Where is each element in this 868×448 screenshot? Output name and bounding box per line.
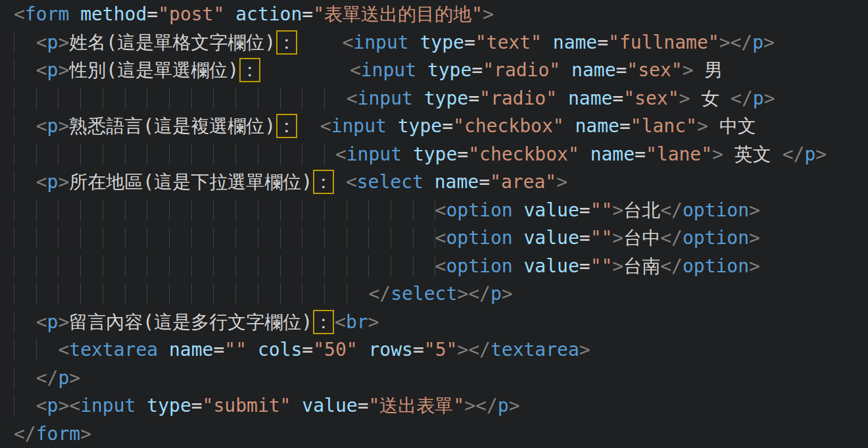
string-token: "area" [490, 171, 556, 193]
code-line-7[interactable]: <p>所在地區(這是下拉選單欄位)： <select name="area"> [14, 168, 868, 197]
unicode-highlight-colon: ： [276, 114, 297, 138]
attribute-name-token: value [302, 395, 357, 416]
string-token: "" [224, 339, 247, 361]
text-token [69, 3, 80, 25]
string-token: "checkbox" [453, 115, 564, 137]
code-line-13[interactable]: <textarea name="" cols="50" rows="5"></t… [14, 336, 868, 364]
punctuation-token: > [58, 171, 69, 193]
punctuation-token: </ [475, 395, 498, 416]
tag-name-token: option [683, 255, 749, 277]
punctuation-token: > [483, 3, 494, 25]
tag-name-token: p [47, 395, 59, 416]
string-token: "post" [158, 3, 224, 25]
tag-name-token: option [683, 227, 749, 249]
attribute-name-token: type [424, 87, 468, 109]
text-token [298, 32, 342, 53]
text-token [423, 171, 435, 193]
attribute-name-token: method [80, 3, 147, 25]
punctuation-token: > [556, 171, 567, 193]
string-token: "lane" [646, 143, 712, 165]
punctuation-token: < [346, 171, 357, 193]
text-token: 英文 [723, 143, 783, 165]
text-token: = [302, 339, 313, 361]
attribute-name-token: name [435, 171, 479, 193]
unicode-highlight-colon: ： [313, 170, 334, 194]
code-line-1[interactable]: <form method="post" action="表單送出的目的地"> [14, 1, 868, 29]
text-token [261, 59, 350, 81]
punctuation-token: > [457, 339, 468, 361]
punctuation-token: > [679, 87, 690, 109]
code-line-5[interactable]: <p>熟悉語言(這是複選欄位)： <input type="checkbox" … [14, 112, 868, 141]
punctuation-token: > [749, 199, 760, 221]
code-line-6[interactable]: <input type="checkbox" name="lane"> 英文 <… [14, 141, 868, 169]
attribute-name-token: type [420, 32, 464, 53]
punctuation-token: > [58, 32, 69, 53]
punctuation-token: > [749, 227, 760, 249]
punctuation-token: </ [468, 283, 491, 305]
string-token: "" [591, 255, 613, 277]
text-token: = [147, 3, 158, 25]
text-token [291, 395, 302, 416]
tag-name-token: select [391, 283, 457, 305]
code-line-10[interactable]: <option value="">台南</option> [14, 253, 868, 281]
tag-name-token: select [357, 171, 423, 193]
code-line-2[interactable]: <p>姓名(這是單格文字欄位)： <input type="text" name… [14, 29, 868, 57]
punctuation-token: < [347, 87, 358, 109]
code-editor[interactable]: <form method="post" action="表單送出的目的地"> <… [0, 0, 868, 448]
code-line-9[interactable]: <option value="">台中</option> [14, 224, 868, 253]
punctuation-token: > [764, 87, 775, 109]
text-token: 男 [694, 59, 723, 81]
punctuation-token: < [435, 255, 446, 277]
text-token: = [579, 199, 591, 221]
text-token: = [612, 87, 623, 109]
code-line-3[interactable]: <p>性別(這是單選欄位)： <input type="radio" name=… [14, 57, 868, 85]
attribute-name-token: name [553, 32, 597, 53]
string-token: "表單送出的目的地" [313, 3, 483, 25]
indent-whitespace [14, 32, 36, 53]
text-token: = [213, 339, 224, 361]
text-token: = [191, 395, 203, 416]
text-token: 台南 [623, 255, 660, 277]
attribute-name-token: name [169, 339, 213, 361]
code-line-14[interactable]: </p> [14, 364, 868, 393]
code-line-8[interactable]: <option value="">台北</option> [14, 197, 868, 225]
indent-whitespace [14, 143, 335, 165]
attribute-name-token: type [427, 59, 471, 81]
punctuation-token: < [36, 59, 47, 81]
code-line-15[interactable]: <p><input type="submit" value="送出表單"></p… [14, 392, 868, 420]
text-token [557, 87, 568, 109]
indent-whitespace [14, 283, 368, 305]
punctuation-token: < [14, 3, 25, 25]
tag-name-token: p [491, 283, 502, 305]
tag-name-token: textarea [69, 339, 158, 361]
code-line-11[interactable]: </select></p> [14, 280, 868, 309]
string-token: "radio" [479, 87, 557, 109]
text-token: = [479, 171, 490, 193]
punctuation-token: < [335, 311, 346, 333]
punctuation-token: < [69, 395, 80, 416]
text-token [513, 255, 524, 277]
code-line-12[interactable]: <p>留言內容(這是多行文字欄位)：<br> [14, 309, 868, 337]
text-token: 台中 [623, 227, 660, 249]
text-token: 姓名(這是單格文字欄位) [69, 32, 276, 53]
text-token [560, 59, 571, 81]
punctuation-token: > [815, 143, 827, 165]
text-token [564, 115, 575, 137]
text-token [158, 339, 169, 361]
punctuation-token: < [342, 32, 353, 53]
text-token: = [358, 395, 369, 416]
punctuation-token: > [368, 311, 379, 333]
punctuation-token: </ [783, 143, 805, 165]
unicode-highlight-colon: ： [239, 58, 260, 82]
code-line-16[interactable]: </form> [14, 420, 868, 448]
string-token: "checkbox" [468, 143, 579, 165]
tag-name-token: input [353, 32, 408, 53]
string-token: "" [591, 199, 613, 221]
punctuation-token: > [697, 115, 708, 137]
punctuation-token: > [612, 227, 623, 249]
punctuation-token: < [36, 395, 47, 416]
attribute-name-token: name [571, 59, 615, 81]
indent-whitespace [14, 115, 36, 137]
code-line-4[interactable]: <input type="radio" name="sex"> 女 </p> [14, 85, 868, 113]
indent-whitespace [14, 311, 36, 333]
